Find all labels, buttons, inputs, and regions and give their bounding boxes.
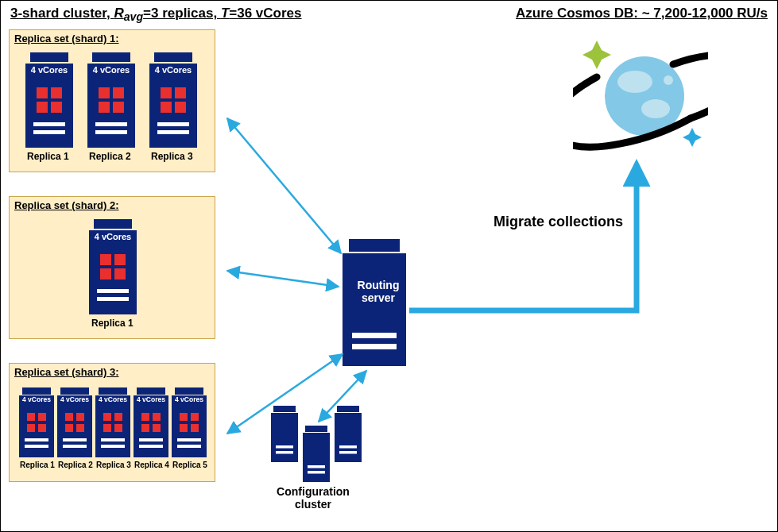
shard1-replica2-caption: Replica 2 [89,151,131,162]
shard3-replica2-caption: Replica 2 [58,461,93,469]
svg-point-25 [617,71,652,93]
shard3-replica1-caption: Replica 1 [20,461,55,469]
heading-cosmos: Azure Cosmos DB: ~ 7,200-12,000 RU/s [516,6,768,21]
shard1-replica1-server-icon: 4 vCores [25,52,73,148]
config-server-icon [271,406,298,462]
svg-point-27 [664,75,673,85]
shard3-replica3-server-icon: 4 vCores [95,387,130,457]
svg-line-29 [227,271,339,287]
vcores-label: 4 vCores [87,65,135,75]
shard3-replica5-server-icon: 4 vCores [172,387,207,457]
vcores-label: 4 vCores [149,65,197,75]
shard3-replica2-server-icon: 4 vCores [57,387,92,457]
shard1-replica3-server-icon: 4 vCores [149,52,197,148]
config-cluster-label: Configuration cluster [265,485,361,511]
shard-1-title: Replica set (shard) 1: [14,33,119,44]
svg-line-28 [227,118,341,253]
shard-3-title: Replica set (shard) 3: [14,366,119,378]
vcores-label: 4 vCores [95,395,130,403]
vcores-label: 4 vCores [19,395,54,403]
shard1-replica2-server-icon: 4 vCores [87,52,135,148]
shard-2-box: Replica set (shard) 2: 4 vCores Replica … [9,196,215,339]
vcores-label: 4 vCores [57,395,92,403]
shard1-replica3-caption: Replica 3 [151,151,193,162]
migrate-label: Migrate collections [494,214,623,230]
shard-1-box: Replica set (shard) 1: 4 vCores Replica … [9,29,215,172]
config-server-icon [335,406,362,462]
routing-server-label: Routing server [350,279,406,304]
vcores-label: 4 vCores [134,395,168,403]
shard3-replica1-server-icon: 4 vCores [19,387,54,457]
vcores-label: 4 vCores [172,395,207,403]
shard-3-box: Replica set (shard) 3: 4 vCores Replica … [9,363,215,482]
shard3-replica3-caption: Replica 3 [96,461,131,469]
svg-point-26 [641,99,670,118]
shard2-replica1-server-icon: 4 vCores [89,219,137,314]
heading-cluster: 3-shard cluster, Ravg=3 replicas, T=36 v… [10,6,302,23]
shard3-replica4-server-icon: 4 vCores [134,387,168,457]
shard3-replica5-caption: Replica 5 [172,461,207,469]
config-server-icon [303,426,330,482]
shard-2-title: Replica set (shard) 2: [14,199,119,211]
shard3-replica4-caption: Replica 4 [134,461,169,469]
cosmos-db-icon [573,33,708,160]
shard2-replica1-caption: Replica 1 [91,318,134,329]
shard1-replica1-caption: Replica 1 [27,151,69,162]
vcores-label: 4 vCores [25,65,73,75]
vcores-label: 4 vCores [89,232,137,241]
